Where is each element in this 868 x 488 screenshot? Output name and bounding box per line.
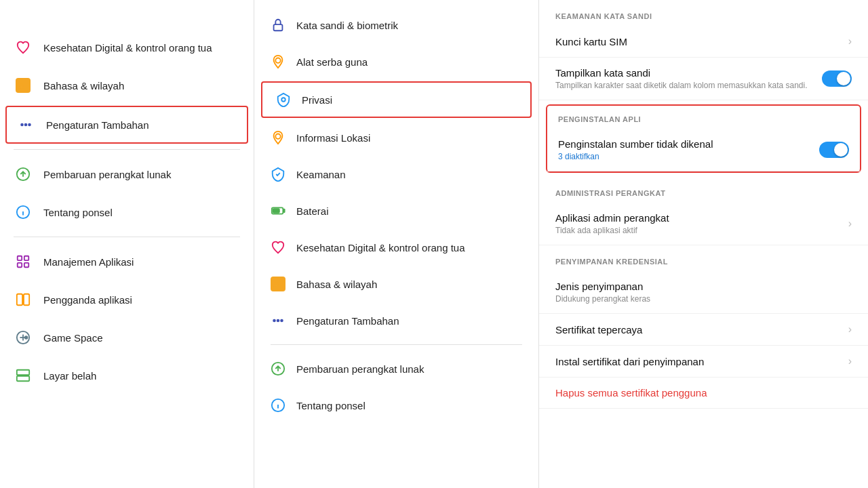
heart-icon	[14, 38, 33, 57]
left-menu-item-additional-settings[interactable]: Pengaturan Tambahan	[5, 106, 248, 144]
right-item-subtitle-unknown-sources: 3 diaktifkan	[558, 152, 812, 161]
right-item-text-sim-lock: Kunci kartu SIM	[555, 36, 842, 47]
dual-icon	[14, 290, 33, 309]
mid-menu-item-password-bio[interactable]: Kata sandi & biometrik	[254, 7, 538, 43]
mid-menu-item-additional2[interactable]: Pengaturan Tambahan	[254, 302, 538, 339]
right-item-device-admin-apps[interactable]: Aplikasi admin perangkat Tidak ada aplik…	[539, 203, 868, 245]
dots-icon	[271, 313, 285, 328]
upload-icon	[271, 361, 285, 376]
right-item-clear-certs[interactable]: Hapus semua sertifikat pengguna	[539, 378, 868, 409]
right-item-title-trusted-certs: Sertifikat tepercaya	[555, 324, 842, 336]
mid-menu-label: Kesehatan Digital & kontrol orang tua	[296, 242, 465, 253]
left-menu-item-language[interactable]: A Bahasa & wilayah	[0, 66, 254, 104]
mid-menu-item-about2[interactable]: Tentang ponsel	[254, 387, 538, 424]
svg-point-2	[24, 123, 28, 127]
mid-panel: Kata sandi & biometrik Alat serba guna P…	[254, 0, 539, 488]
lock-icon	[271, 18, 285, 33]
mid-menu-item-location[interactable]: Informasi Lokasi	[254, 119, 538, 156]
right-item-title-unknown-sources: Penginstalan sumber tidak dikenal	[558, 138, 812, 150]
grid-icon	[14, 252, 33, 271]
svg-point-31	[280, 319, 283, 323]
right-item-text-trusted-certs: Sertifikat tepercaya	[555, 324, 842, 336]
toggle-unknown-sources[interactable]	[819, 142, 849, 158]
divider	[14, 149, 240, 150]
chevron-icon: ›	[848, 218, 852, 230]
left-menu-item-split-screen[interactable]: Layar belah	[0, 357, 254, 394]
right-item-unknown-sources[interactable]: Penginstalan sumber tidak dikenal 3 diak…	[547, 129, 860, 171]
svg-point-22	[275, 58, 280, 63]
right-item-title-install-certs: Instal sertifikat dari penyimpanan	[555, 356, 842, 367]
right-item-title-sim-lock: Kunci kartu SIM	[555, 36, 842, 47]
mid-menu-item-privacy[interactable]: Privasi	[261, 81, 532, 118]
left-menu-item-app-management[interactable]: Manajemen Aplikasi	[0, 243, 254, 281]
right-item-title-show-password: Tampilkan kata sandi	[555, 67, 815, 79]
dots-icon	[16, 115, 35, 134]
right-item-subtitle-storage-type: Didukung perangkat keras	[555, 294, 852, 304]
right-item-text-unknown-sources: Penginstalan sumber tidak dikenal 3 diak…	[558, 138, 812, 161]
right-item-storage-type[interactable]: Jenis penyimpanan Didukung perangkat ker…	[539, 271, 868, 314]
section-header-credentials-section: PENYIMPANAN KREDENSIAL	[539, 245, 868, 271]
svg-point-3	[28, 123, 31, 127]
section-header-password-section: KEAMANAN KATA SANDI	[539, 0, 868, 26]
mid-menu-label: Alat serba guna	[296, 56, 368, 68]
right-item-show-password[interactable]: Tampilkan kata sandi Tampilkan karakter …	[539, 58, 868, 100]
section-header-app-install-section: PENGINSTALAN APLI	[547, 106, 860, 129]
svg-rect-9	[18, 256, 22, 260]
heart-icon	[271, 240, 285, 255]
page-title	[0, 7, 254, 28]
mid-menu-label: Bahasa & wilayah	[296, 279, 377, 290]
mid-menu-item-versatile[interactable]: Alat serba guna	[254, 43, 538, 80]
svg-point-30	[277, 319, 280, 323]
lang-icon: A	[14, 76, 33, 95]
right-item-text-device-admin-apps: Aplikasi admin perangkat Tidak ada aplik…	[555, 212, 842, 235]
svg-text:A: A	[19, 82, 24, 89]
left-menu-item-game-space[interactable]: Game Space	[0, 319, 254, 357]
svg-point-29	[273, 319, 276, 323]
right-item-trusted-certs[interactable]: Sertifikat tepercaya ›	[539, 314, 868, 346]
divider	[271, 344, 522, 345]
section-box-app-install-section: PENGINSTALAN APLI Penginstalan sumber ti…	[546, 104, 861, 173]
left-menu-item-dual-apps[interactable]: Pengganda aplikasi	[0, 281, 254, 319]
mid-menu-item-security[interactable]: Keamanan	[254, 156, 538, 192]
mid-menu-item-software2[interactable]: Pembaruan perangkat lunak	[254, 350, 538, 387]
left-menu-item-software-update[interactable]: Pembaruan perangkat lunak	[0, 155, 254, 193]
toggle-show-password[interactable]	[822, 70, 852, 87]
mid-menu-item-language2[interactable]: A Bahasa & wilayah	[254, 266, 538, 302]
right-item-sim-lock[interactable]: Kunci kartu SIM ›	[539, 26, 868, 58]
left-menu-item-about-phone[interactable]: Tentang ponsel	[0, 193, 254, 231]
right-item-subtitle-show-password: Tampilkan karakter saat diketik dalam ko…	[555, 81, 815, 90]
chevron-icon: ›	[848, 35, 852, 47]
svg-rect-10	[24, 256, 28, 260]
left-menu-label: Bahasa & wilayah	[43, 80, 124, 92]
left-panel: Kesehatan Digital & kontrol orang tua A …	[0, 0, 254, 488]
mid-menu-label: Pengaturan Tambahan	[296, 315, 399, 327]
left-menu-label: Game Space	[43, 332, 103, 344]
right-item-title-device-admin-apps: Aplikasi admin perangkat	[555, 212, 842, 224]
battery-icon	[271, 203, 285, 218]
left-menu-item-digital-health[interactable]: Kesehatan Digital & kontrol orang tua	[0, 28, 254, 66]
game-icon	[14, 328, 33, 347]
right-item-text-install-certs: Instal sertifikat dari penyimpanan	[555, 356, 842, 367]
left-menu-label: Pembaruan perangkat lunak	[43, 169, 171, 180]
left-menu-label: Layar belah	[43, 370, 96, 382]
svg-rect-12	[24, 263, 28, 267]
right-item-text-clear-certs: Hapus semua sertifikat pengguna	[555, 387, 852, 399]
right-item-subtitle-device-admin-apps: Tidak ada aplikasi aktif	[555, 226, 842, 235]
section-header-device-admin-section: ADMINISTRASI PERANGKAT	[539, 177, 868, 203]
mid-menu-label: Informasi Lokasi	[296, 132, 370, 144]
svg-point-24	[275, 134, 280, 139]
mid-menu-item-battery[interactable]: Baterai	[254, 192, 538, 229]
upload-icon	[14, 165, 33, 184]
privacy-icon	[276, 92, 291, 107]
svg-point-18	[25, 336, 28, 339]
svg-rect-13	[17, 294, 22, 306]
left-menu-label: Manajemen Aplikasi	[43, 256, 134, 268]
split-icon	[14, 366, 33, 385]
mid-menu-item-digital-health2[interactable]: Kesehatan Digital & kontrol orang tua	[254, 229, 538, 266]
info-icon	[14, 203, 33, 222]
right-panel: KEAMANAN KATA SANDI Kunci kartu SIM › Ta…	[539, 0, 868, 488]
svg-point-1	[20, 123, 24, 127]
right-item-title-storage-type: Jenis penyimpanan	[555, 281, 852, 292]
right-item-install-certs[interactable]: Instal sertifikat dari penyimpanan ›	[539, 346, 868, 378]
svg-rect-19	[17, 370, 29, 375]
